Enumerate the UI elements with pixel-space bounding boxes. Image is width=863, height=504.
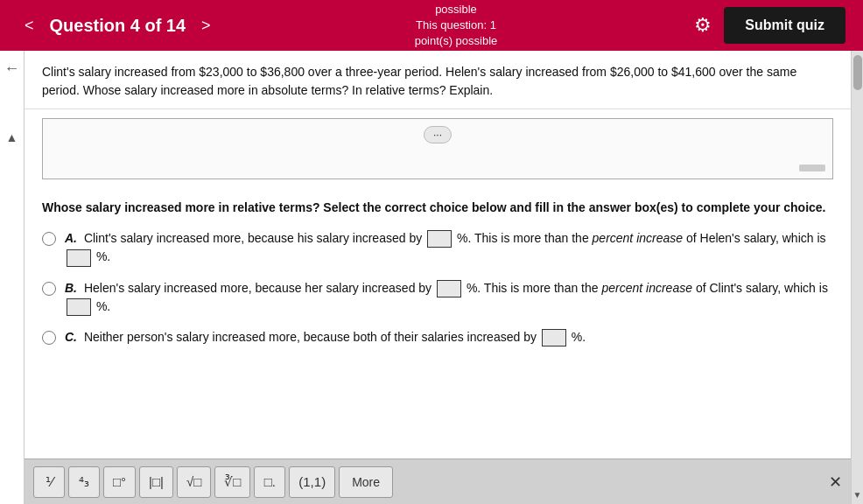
- prev-question-button[interactable]: <: [18, 13, 41, 38]
- choice-c-text: C. Neither person's salary increased mor…: [65, 328, 586, 346]
- fraction-button[interactable]: ⅟: [33, 466, 65, 498]
- header-nav: < Question 4 of 14 >: [18, 13, 218, 38]
- choice-b-text: B. Helen's salary increased more, becaus…: [65, 279, 833, 317]
- choice-b-mid2: of Clint's salary, which is: [696, 281, 828, 295]
- question-prompt: Whose salary increased more in relative …: [42, 199, 833, 217]
- radio-a[interactable]: [42, 232, 56, 246]
- header-points: possible This question: 1 point(s) possi…: [415, 2, 498, 50]
- main-area: ← ▲ Clint's salary increased from $23,00…: [0, 51, 863, 504]
- choice-c: C. Neither person's salary increased mor…: [42, 328, 833, 346]
- choice-a: A. Clint's salary increased more, becaus…: [42, 229, 833, 267]
- scroll-thumb[interactable]: [853, 55, 862, 90]
- choice-b-label: B.: [65, 281, 77, 295]
- choice-a-text: A. Clint's salary increased more, becaus…: [65, 229, 833, 267]
- ellipsis-button[interactable]: ···: [424, 126, 452, 144]
- gear-icon[interactable]: ⚙: [694, 14, 712, 37]
- points-line3: point(s) possible: [415, 33, 498, 49]
- decimal-button[interactable]: □.: [254, 466, 285, 498]
- degree-button[interactable]: □°: [103, 466, 136, 498]
- close-toolbar-button[interactable]: ✕: [829, 472, 842, 492]
- problem-statement: Clint's salary increased from $23,000 to…: [25, 51, 851, 109]
- choice-a-italic: percent increase: [593, 231, 684, 245]
- right-scrollbar: ▼: [851, 51, 863, 504]
- question-label: Question 4 of 14: [50, 16, 186, 36]
- more-button[interactable]: More: [339, 466, 393, 498]
- question-section: Whose salary increased more in relative …: [25, 188, 851, 357]
- answer-box-c1[interactable]: [542, 329, 566, 346]
- scroll-indicator: [799, 164, 825, 172]
- radio-c[interactable]: [42, 331, 56, 345]
- points-line1: possible: [415, 2, 498, 18]
- choice-c-after: %.: [572, 330, 586, 344]
- header: < Question 4 of 14 > possible This quest…: [0, 0, 863, 51]
- choice-a-mid1: %. This is more than the: [457, 231, 593, 245]
- choice-c-before: Neither person's salary increased more, …: [84, 330, 540, 344]
- up-arrow-button[interactable]: ▲: [6, 130, 18, 144]
- scroll-down-button[interactable]: ▼: [853, 490, 862, 500]
- answer-box-a1[interactable]: [427, 230, 452, 248]
- choice-a-before: Clint's salary increased more, because h…: [84, 231, 425, 245]
- answer-box-b2[interactable]: [67, 298, 91, 316]
- answer-box-b1[interactable]: [437, 280, 461, 298]
- left-sidebar: ← ▲: [0, 51, 25, 504]
- choice-a-mid2: of Helen's salary, which is: [686, 231, 826, 245]
- content-area: Clint's salary increased from $23,000 to…: [25, 51, 851, 504]
- answer-box-a2[interactable]: [67, 249, 91, 267]
- choice-a-label: A.: [65, 231, 77, 245]
- next-question-button[interactable]: >: [194, 13, 218, 38]
- choice-b-italic: percent increase: [601, 281, 692, 295]
- choice-b-mid1: %. This is more than the: [467, 281, 602, 295]
- math-toolbar: ⅟ ⁴₃ □° |□| √□ ∛□ □. (1,1) More ✕: [25, 458, 851, 504]
- choice-b-before: Helen's salary increased more, because h…: [84, 281, 435, 295]
- answer-area[interactable]: ···: [42, 118, 833, 179]
- choice-c-label: C.: [65, 330, 77, 344]
- points-line2: This question: 1: [415, 18, 498, 33]
- submit-quiz-button[interactable]: Submit quiz: [724, 7, 845, 44]
- mixed-number-button[interactable]: ⁴₃: [68, 466, 100, 498]
- choice-b: B. Helen's salary increased more, becaus…: [42, 279, 833, 317]
- radio-b[interactable]: [42, 282, 56, 296]
- choice-b-after: %.: [96, 299, 110, 313]
- absolute-value-button[interactable]: |□|: [139, 466, 173, 498]
- choices-list: A. Clint's salary increased more, becaus…: [42, 229, 833, 346]
- choice-a-after: %.: [96, 249, 110, 263]
- ordered-pair-button[interactable]: (1,1): [289, 466, 335, 498]
- sqrt-button[interactable]: √□: [177, 466, 211, 498]
- back-arrow-button[interactable]: ←: [4, 60, 20, 78]
- cbrt-button[interactable]: ∛□: [214, 466, 250, 498]
